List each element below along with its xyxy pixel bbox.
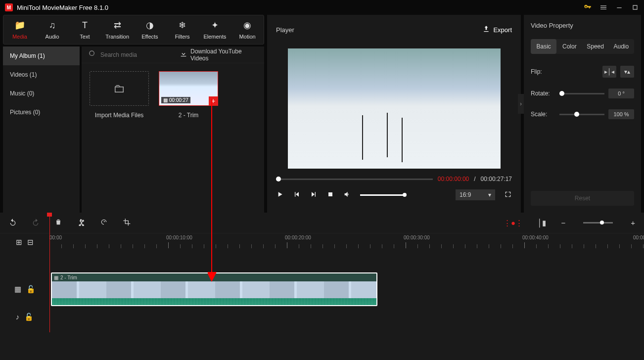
prop-tab-color[interactable]: Color [556, 39, 582, 54]
search-icon [89, 50, 96, 59]
clip-frames-preview [52, 281, 376, 298]
tab-elements[interactable]: ✦Elements [199, 15, 231, 44]
player-panel: Player Export 00:00:00:00 / 00:00:27:17 … [267, 15, 521, 213]
clip-duration-text: 00:00:27 [169, 97, 188, 103]
transition-icon: ⇄ [114, 20, 121, 31]
player-title: Player [276, 26, 294, 34]
remove-track-button[interactable]: ⊟ [27, 238, 34, 247]
sidebar-item-my-album[interactable]: My Album (1) [3, 46, 80, 65]
property-title: Video Property [531, 22, 634, 29]
volume-button[interactable] [343, 190, 351, 200]
timeline-ruler[interactable]: 00:00 00:00:10:00 00:00:20:00 00:00:30:0… [49, 233, 644, 251]
flip-horizontal-button[interactable]: ▸│◂ [602, 66, 616, 78]
rotate-slider[interactable] [559, 93, 604, 94]
ruler-mark: 00:00:40:00 [522, 235, 549, 240]
sidebar-item-pictures[interactable]: Pictures (0) [3, 103, 80, 122]
prop-tab-speed[interactable]: Speed [583, 39, 608, 54]
tab-filters[interactable]: ❄Filters [166, 15, 199, 44]
tab-audio-label: Audio [46, 34, 59, 40]
lock-track-button[interactable]: 🔓 [26, 285, 36, 294]
aspect-ratio-select[interactable]: 16:9 ▾ [456, 189, 495, 200]
effects-icon: ◑ [146, 20, 154, 31]
film-icon: ▦ [54, 275, 58, 280]
folder-icon: 📁 [14, 20, 25, 31]
prev-frame-button[interactable] [293, 190, 301, 200]
search-media[interactable] [89, 50, 175, 59]
next-frame-button[interactable] [310, 190, 318, 200]
fullscreen-button[interactable] [504, 190, 512, 200]
clip-name-label: 2 - Trim [179, 112, 199, 119]
zoom-slider[interactable] [583, 222, 613, 224]
tab-media-label: Media [12, 34, 27, 40]
export-label: Export [493, 26, 512, 34]
panel-collapse-button[interactable]: › [518, 94, 524, 114]
clip-waveform [52, 298, 376, 306]
search-input[interactable] [100, 51, 175, 58]
snap-button[interactable]: │▮ [538, 219, 546, 227]
lock-audio-track-button[interactable]: 🔓 [24, 313, 34, 321]
menu-icon[interactable] [599, 3, 607, 11]
prop-tab-basic[interactable]: Basic [531, 39, 556, 54]
scale-slider[interactable] [559, 114, 604, 115]
zoom-out-button[interactable]: − [561, 219, 565, 227]
export-button[interactable]: Export [482, 25, 512, 35]
download-youtube-button[interactable]: Download YouTube Videos [180, 48, 257, 62]
current-time: 00:00:00:00 [438, 176, 469, 182]
undo-button[interactable] [9, 218, 17, 227]
import-media-label: Import Media Files [95, 112, 144, 119]
export-icon [482, 25, 490, 35]
tab-transition[interactable]: ⇄Transition [101, 15, 134, 44]
rotate-value[interactable]: 0 ° [608, 89, 634, 98]
media-content: Download YouTube Videos 🗀 Import Media F… [82, 46, 264, 213]
zoom-in-button[interactable]: + [631, 219, 635, 227]
tab-transition-label: Transition [105, 34, 129, 40]
folder-icon: 🗀 [113, 82, 125, 95]
tab-elements-label: Elements [203, 34, 226, 40]
ruler-mark: 00:00:20:00 [285, 235, 311, 240]
video-track-icon: ▦ [14, 285, 21, 294]
ruler-mark: 00:00:30:00 [404, 235, 430, 240]
maximize-button[interactable] [631, 3, 639, 11]
volume-slider[interactable] [360, 194, 405, 196]
tab-motion-label: Motion [239, 34, 256, 40]
redo-button[interactable] [32, 218, 40, 227]
add-track-button[interactable]: ⊞ [16, 238, 22, 247]
media-clip-thumbnail[interactable]: ▦ 00:00:27 + [159, 71, 218, 106]
sidebar-item-videos[interactable]: Videos (1) [3, 65, 80, 84]
seek-slider[interactable] [276, 179, 433, 180]
timeline-clip[interactable]: ▦2 - Trim [51, 272, 377, 306]
tab-text[interactable]: TText [69, 15, 101, 44]
delete-button[interactable] [54, 218, 62, 227]
app-title: MiniTool MovieMaker Free 8.1.0 [17, 4, 584, 11]
motion-icon: ◉ [243, 20, 251, 31]
auto-fit-button[interactable]: ⋮●⋮ [504, 219, 523, 227]
tab-motion[interactable]: ◉Motion [231, 15, 264, 44]
scale-value[interactable]: 100 % [608, 109, 634, 119]
split-button[interactable] [77, 218, 85, 227]
video-property-panel: › Video Property Basic Color Speed Audio… [524, 15, 641, 213]
license-key-icon[interactable] [584, 3, 592, 11]
clip-duration-badge: ▦ 00:00:27 [161, 97, 190, 103]
playhead[interactable] [49, 213, 50, 332]
app-logo-icon: M [5, 3, 13, 11]
tab-filters-label: Filters [175, 34, 190, 40]
reset-button[interactable]: Reset [531, 191, 634, 206]
sidebar-item-music[interactable]: Music (0) [3, 84, 80, 103]
album-sidebar: My Album (1) Videos (1) Music (0) Pictur… [3, 46, 80, 213]
play-button[interactable] [276, 190, 284, 200]
title-bar: M MiniTool MovieMaker Free 8.1.0 [0, 0, 644, 15]
stop-button[interactable] [326, 190, 334, 200]
import-media-button[interactable]: 🗀 [90, 71, 149, 106]
flip-vertical-button[interactable]: ▾▴ [620, 66, 634, 78]
audio-track-icon: ♪ [16, 313, 20, 321]
add-clip-button[interactable]: + [209, 96, 218, 105]
tab-media[interactable]: 📁Media [3, 15, 36, 44]
tab-effects[interactable]: ◑Effects [134, 15, 166, 44]
minimize-button[interactable] [615, 3, 623, 11]
speed-button[interactable] [100, 218, 108, 227]
crop-button[interactable] [123, 218, 131, 227]
tab-text-label: Text [80, 34, 90, 40]
tab-audio[interactable]: ♫Audio [36, 15, 69, 44]
video-preview[interactable] [288, 48, 501, 169]
prop-tab-audio[interactable]: Audio [608, 39, 634, 54]
